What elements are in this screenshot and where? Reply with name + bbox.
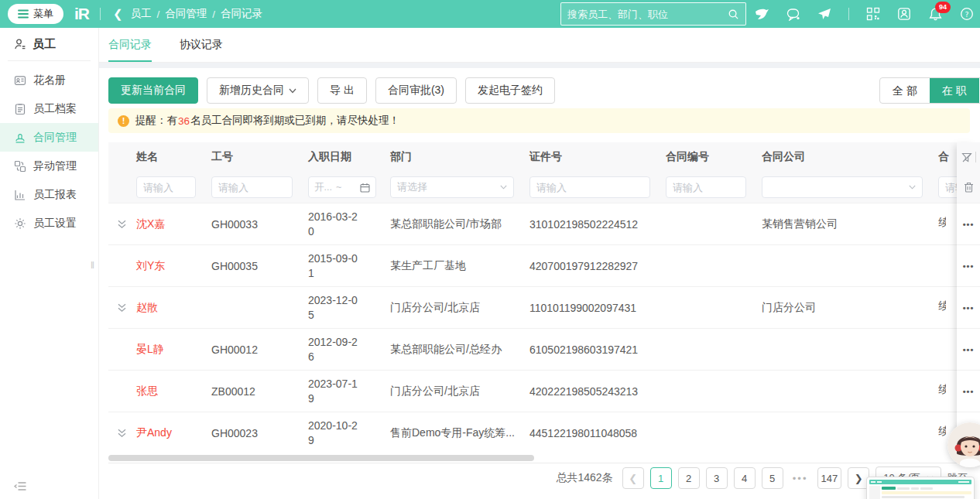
dingtalk-bird-icon[interactable] [755,8,769,21]
app-logo[interactable]: iR [74,5,89,23]
trash-icon[interactable] [964,182,974,193]
table-row[interactable]: 赵散 2023-12-05 门店分公司/北京店 1101011990020974… [108,286,980,328]
chevron-down-icon [289,88,296,94]
prev-page-button[interactable]: ❮ [622,467,644,489]
tab-contract-records[interactable]: 合同记录 [108,28,152,62]
chevron-down-icon [909,185,916,190]
col-hire-date: 入职日期 [302,150,384,164]
main-area: 合同记录 协议记录 更新当前合同 新增历史合同 导 出 合同审批(3) 发起电子… [98,28,980,499]
expand-row-icon[interactable] [108,429,130,438]
id-no-cell: 420700197912282927 [523,260,660,272]
help-icon[interactable]: ? [960,7,974,21]
id-no-cell: 610502198603197421 [523,343,660,356]
row-more-actions-button[interactable]: ••• [957,286,980,328]
table-row[interactable]: 刘Y东 GH00035 2015-09-01 某生产工厂基地 420700197… [108,244,980,286]
page-button[interactable]: 2 [678,467,700,489]
topbar-icon-group: 94 ? [755,0,974,28]
page-button[interactable]: 1 [650,467,672,489]
col-name: 姓名 [130,150,205,164]
filter-contract-no-input[interactable] [666,176,746,198]
employee-name-link[interactable]: 赵散 [130,301,205,315]
employee-name-link[interactable]: 沈X嘉 [130,217,205,231]
id-no-cell: 310102198502224512 [523,218,660,231]
export-button[interactable]: 导 出 [317,77,367,104]
sidebar-item-transfer-management[interactable]: 异动管理 [0,152,98,180]
add-history-contract-button[interactable]: 新增历史合同 [207,77,309,104]
qr-code-icon[interactable] [866,7,880,21]
expand-row-icon[interactable] [108,303,130,313]
table-row[interactable]: 尹Andy GH00023 2020-10-29 售前Demo专用-Fay统筹.… [108,412,980,449]
alert-count: 36 [178,115,190,127]
send-icon[interactable] [817,8,831,20]
filter-dept-select[interactable]: 请选择 [390,176,514,198]
filter-company-select[interactable] [762,176,923,198]
page-button[interactable]: 147 [817,467,842,489]
thumbnail-topbar [869,480,971,484]
sidebar-item-contract-management[interactable]: 合同管理 [0,123,98,152]
filter-emp-no-input[interactable] [211,176,293,198]
id-no-cell: 110101199002097431 [523,302,660,314]
expand-row-icon[interactable] [108,220,130,229]
row-more-actions-button[interactable]: ••• [957,328,980,370]
row-more-actions-button[interactable]: ••• [957,244,980,286]
back-button[interactable]: ❮ [113,7,123,21]
emp-no-cell: GH00033 [205,218,302,231]
employee-name-link[interactable]: 刘Y东 [130,259,205,273]
search-input[interactable] [561,9,728,20]
menu-button[interactable]: 菜单 [8,4,63,24]
contract-approval-button[interactable]: 合同审批(3) [375,77,457,104]
employee-name-link[interactable]: 尹Andy [130,426,205,440]
filter-date-range[interactable]: 开... ~ [308,176,376,198]
row-more-actions-button[interactable]: ••• [957,370,980,412]
ops-divider [975,152,976,162]
breadcrumb: 员工 / 合同管理 / 合同记录 [131,7,263,21]
col-contract-company: 合同公司 [756,150,932,164]
notification-badge: 94 [935,2,951,13]
global-search[interactable] [560,2,746,26]
employee-name-link[interactable]: 张思 [130,385,205,398]
chart-icon [14,189,26,201]
employee-icon [14,38,26,50]
employee-name-link[interactable]: 晏L静 [130,343,205,357]
row-more-actions-button[interactable]: ••• [957,203,980,244]
table-row[interactable]: 张思 ZB00012 2023-07-19 门店分公司/北京店 42022219… [108,370,980,412]
col-contract-no: 合同编号 [660,150,756,164]
segment-all[interactable]: 全 部 [880,78,930,103]
breadcrumb-item[interactable]: 合同记录 [221,7,262,21]
breadcrumb-item[interactable]: 员工 [131,7,152,21]
emp-no-cell: ZB00012 [205,385,302,398]
sidebar-collapse-icon[interactable] [14,481,26,491]
filter-name-input[interactable] [136,176,196,198]
sidebar-item-roster[interactable]: 花名册 [0,66,98,94]
breadcrumb-item[interactable]: 合同管理 [165,7,207,21]
sidebar-item-employee-files[interactable]: 员工档案 [0,94,98,123]
more-pages-ellipsis[interactable]: ••• [790,467,811,489]
clipboard-icon [14,103,26,115]
tab-bar: 合同记录 协议记录 [98,28,980,63]
tab-agreement-records[interactable]: 协议记录 [180,28,223,62]
sidebar-item-employee-settings[interactable]: 员工设置 [0,209,98,238]
page-button[interactable]: 3 [706,467,728,489]
horizontal-scrollbar-thumb[interactable] [108,455,534,461]
start-esign-button[interactable]: 发起电子签约 [465,77,555,104]
contacts-icon[interactable] [897,7,911,21]
segment-active[interactable]: 在 职 [930,78,979,103]
emp-no-cell: GH00035 [205,260,302,272]
content-panel: 更新当前合同 新增历史合同 导 出 合同审批(3) 发起电子签约 全 部 在 职… [98,68,980,499]
table-row[interactable]: 沈X嘉 GH00033 2016-03-20 某总部职能公司/市场部 31010… [108,203,980,244]
table-row[interactable]: 晏L静 GH00012 2012-09-26 某总部职能公司/总经办 61050… [108,328,980,370]
dept-cell: 售前Demo专用-Fay统筹... [384,426,523,440]
update-current-contract-button[interactable]: 更新当前合同 [108,77,198,104]
page-button[interactable]: 4 [734,467,756,489]
filter-id-no-input[interactable] [529,176,650,198]
hire-date-cell: 2023-12-05 [302,293,384,323]
page-preview-thumbnail[interactable] [866,477,975,499]
id-no-cell: 445122198011048058 [523,427,660,439]
sidebar-item-employee-reports[interactable]: 员工报表 [0,180,98,209]
filter-funnel-icon[interactable] [961,152,972,162]
table-filter-row: 开... ~ 请选择 [108,172,980,203]
sidebar-resize-handle[interactable]: ‖ [91,260,95,271]
notifications-bell-icon[interactable]: 94 [928,7,943,22]
page-button[interactable]: 5 [762,467,783,489]
chat-icon[interactable] [786,8,800,21]
